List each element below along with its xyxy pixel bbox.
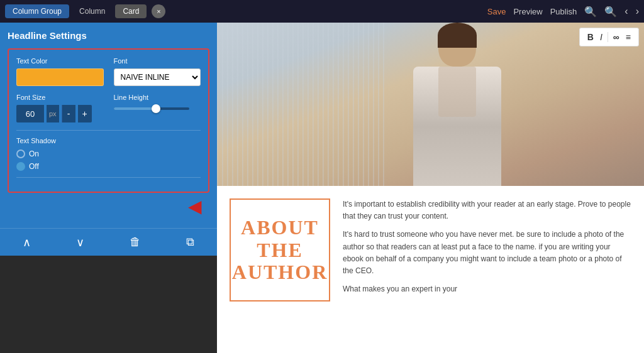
font-size-unit: px	[47, 105, 59, 122]
about-line2: THE	[257, 239, 303, 261]
align-button[interactable]: ≡	[623, 31, 633, 43]
about-title-text: ABOUT THE AUTHOR	[232, 217, 328, 283]
about-line1: ABOUT	[241, 216, 319, 239]
zoom-out-icon[interactable]: 🔍	[584, 6, 597, 18]
person-figure	[413, 23, 501, 186]
panel-title: Headline Settings	[8, 30, 209, 41]
font-size-input[interactable]	[16, 105, 44, 122]
preview-button[interactable]: Preview	[513, 7, 542, 16]
font-size-line-height-row: Font Size px - + Line Height	[16, 94, 201, 122]
editor-divider	[608, 32, 608, 42]
close-button[interactable]: ×	[152, 4, 165, 18]
shadow-on-row: On	[16, 149, 201, 158]
main-layout: Headline Settings Text Color Font NAIVE …	[0, 23, 644, 353]
nav-actions: Save Preview Publish 🔍 🔍 ‹ ›	[487, 6, 639, 18]
line-height-label: Line Height	[114, 94, 201, 101]
hero-image	[217, 23, 644, 186]
shadow-on-label: On	[29, 149, 39, 158]
publish-button[interactable]: Publish	[550, 7, 577, 16]
divider-1	[16, 130, 201, 131]
shadow-on-radio[interactable]	[16, 149, 25, 158]
prev-icon[interactable]: ‹	[625, 6, 628, 17]
person-head	[438, 23, 476, 67]
shadow-off-radio[interactable]	[16, 162, 25, 171]
top-navigation: Column Group Column Card × Save Preview …	[0, 0, 644, 23]
shadow-off-label: Off	[29, 162, 39, 171]
settings-box: Text Color Font NAIVE INLINE Font Size	[8, 48, 209, 193]
bold-button[interactable]: B	[585, 31, 596, 43]
slider-thumb[interactable]	[152, 104, 160, 113]
text-editor-toolbar: B I ∞ ≡	[579, 28, 639, 46]
text-color-group: Text Color	[16, 57, 104, 86]
toolbar-down-button[interactable]: ∨	[71, 233, 89, 252]
about-paragraph-1: It's important to establish credibility …	[343, 198, 631, 222]
line-height-slider[interactable]	[114, 107, 189, 110]
bottom-toolbar: ∧ ∨ 🗑 ⧉	[0, 228, 217, 256]
divider-2	[16, 177, 201, 178]
about-content: It's important to establish credibility …	[343, 198, 631, 301]
zoom-in-icon[interactable]: 🔍	[604, 6, 617, 18]
font-size-increase-button[interactable]: +	[78, 105, 92, 122]
slider-fill	[114, 107, 155, 110]
tab-card[interactable]: Card	[115, 4, 147, 18]
about-paragraph-2: It's hard to trust someone who you have …	[343, 229, 631, 277]
toolbar-duplicate-button[interactable]: ⧉	[181, 233, 199, 251]
text-color-swatch[interactable]	[16, 68, 104, 86]
curtain-texture	[217, 23, 388, 186]
font-label: Font	[114, 57, 201, 65]
font-size-label: Font Size	[16, 94, 104, 101]
red-arrow-icon: ◀	[188, 198, 202, 215]
line-height-group: Line Height	[114, 94, 201, 122]
link-button[interactable]: ∞	[611, 31, 622, 43]
tab-column-group[interactable]: Column Group	[5, 4, 69, 18]
font-size-group: Font Size px - +	[16, 94, 104, 122]
hero-section: B I ∞ ≡	[217, 23, 644, 186]
person-body	[413, 67, 501, 186]
tab-column[interactable]: Column	[72, 4, 113, 18]
about-line3: AUTHOR	[232, 261, 328, 283]
person-hair	[438, 23, 477, 48]
shadow-off-row: Off	[16, 162, 201, 171]
next-icon[interactable]: ›	[636, 6, 639, 17]
save-button[interactable]: Save	[487, 7, 506, 16]
font-size-decrease-button[interactable]: -	[62, 105, 75, 122]
about-title-box: ABOUT THE AUTHOR	[230, 198, 330, 301]
toolbar-up-button[interactable]: ∧	[18, 233, 36, 252]
text-color-font-row: Text Color Font NAIVE INLINE	[16, 57, 201, 86]
right-content: B I ∞ ≡ ABOUT THE AUTHOR	[217, 23, 644, 353]
toolbar-delete-button[interactable]: 🗑	[125, 233, 146, 251]
left-panel: Headline Settings Text Color Font NAIVE …	[0, 23, 217, 228]
font-group: Font NAIVE INLINE	[114, 57, 201, 86]
font-select[interactable]: NAIVE INLINE	[114, 68, 201, 86]
text-shadow-label: Text Shadow	[16, 137, 201, 144]
arrow-indicator: ◀	[8, 193, 209, 220]
about-paragraph-3: What makes you an expert in your	[343, 283, 631, 295]
text-color-label: Text Color	[16, 57, 104, 65]
content-inner: B I ∞ ≡ ABOUT THE AUTHOR	[217, 23, 644, 353]
italic-button[interactable]: I	[597, 31, 605, 43]
font-size-controls: px - +	[16, 105, 104, 122]
about-section: ABOUT THE AUTHOR It's important to estab…	[217, 186, 644, 314]
